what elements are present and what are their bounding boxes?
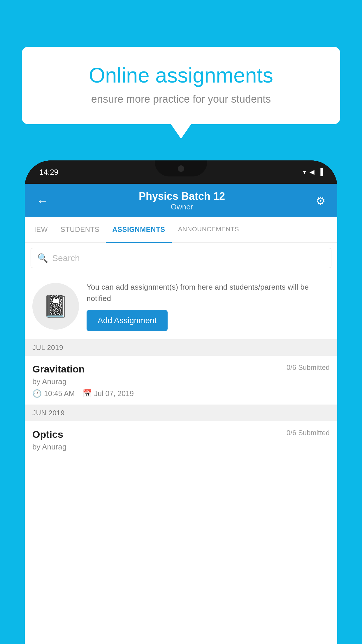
assignment-by-optics: by Anurag (32, 442, 330, 452)
assignment-time-value: 10:45 AM (44, 389, 75, 398)
section-header-jun: JUN 2019 (25, 405, 337, 421)
calendar-icon: 📅 (82, 389, 92, 398)
status-bar: 14:29 ▾ ◀ ▐ (25, 160, 337, 184)
tab-announcements[interactable]: ANNOUNCEMENTS (172, 217, 245, 243)
search-icon: 🔍 (37, 253, 48, 263)
section-header-jul: JUL 2019 (25, 340, 337, 356)
assignment-row-optics: Optics 0/6 Submitted (32, 429, 330, 440)
tab-assignments[interactable]: ASSIGNMENTS (106, 217, 172, 243)
add-assignment-button[interactable]: Add Assignment (87, 310, 168, 331)
assignment-name: Gravitation (32, 363, 85, 375)
phone-frame: 14:29 ▾ ◀ ▐ ← Physics Batch 12 Owner ⚙ I… (25, 160, 337, 644)
assignment-submitted: 0/6 Submitted (287, 363, 330, 372)
camera-dot (178, 165, 184, 172)
assignment-meta: 🕐 10:45 AM 📅 Jul 07, 2019 (32, 389, 330, 398)
assignment-date-value: Jul 07, 2019 (94, 389, 134, 398)
header-subtitle: Owner (139, 202, 225, 211)
header-title: Physics Batch 12 (139, 190, 225, 202)
app-screen: ← Physics Batch 12 Owner ⚙ IEW STUDENTS … (25, 184, 337, 644)
back-button[interactable]: ← (36, 194, 48, 207)
app-header: ← Physics Batch 12 Owner ⚙ (25, 184, 337, 217)
tab-bar: IEW STUDENTS ASSIGNMENTS ANNOUNCEMENTS (25, 217, 337, 243)
assignment-item-gravitation[interactable]: Gravitation 0/6 Submitted by Anurag 🕐 10… (25, 356, 337, 405)
promo-icon-circle: 📓 (32, 283, 79, 330)
promo-description: You can add assignment(s) from here and … (87, 281, 330, 304)
assignment-date: 📅 Jul 07, 2019 (82, 389, 134, 398)
tab-students[interactable]: STUDENTS (54, 217, 106, 243)
gear-icon[interactable]: ⚙ (316, 195, 326, 207)
header-center: Physics Batch 12 Owner (139, 190, 225, 211)
notebook-icon: 📓 (43, 294, 69, 319)
search-placeholder: Search (52, 253, 80, 263)
battery-icon: ▐ (318, 168, 323, 176)
tab-iew[interactable]: IEW (28, 217, 54, 243)
promo-card: 📓 You can add assignment(s) from here an… (25, 273, 337, 340)
assignment-item-optics[interactable]: Optics 0/6 Submitted by Anurag (25, 421, 337, 461)
assignment-row: Gravitation 0/6 Submitted (32, 363, 330, 375)
speech-bubble: Online assignments ensure more practice … (22, 47, 340, 124)
wifi-icon: ▾ (303, 168, 306, 176)
phone-notch (155, 160, 207, 176)
signal-icon: ◀ (310, 168, 314, 176)
assignment-time: 🕐 10:45 AM (32, 389, 75, 398)
speech-bubble-subtitle: ensure more practice for your students (39, 93, 323, 105)
status-icons: ▾ ◀ ▐ (303, 168, 323, 176)
assignment-submitted-optics: 0/6 Submitted (287, 429, 330, 437)
search-container: 🔍 Search (25, 243, 337, 273)
status-time: 14:29 (39, 168, 58, 177)
assignment-by: by Anurag (32, 377, 330, 386)
clock-icon: 🕐 (32, 389, 42, 398)
promo-text: You can add assignment(s) from here and … (87, 281, 330, 331)
speech-bubble-title: Online assignments (39, 63, 323, 88)
assignment-name-optics: Optics (32, 429, 63, 440)
search-bar[interactable]: 🔍 Search (31, 248, 331, 268)
